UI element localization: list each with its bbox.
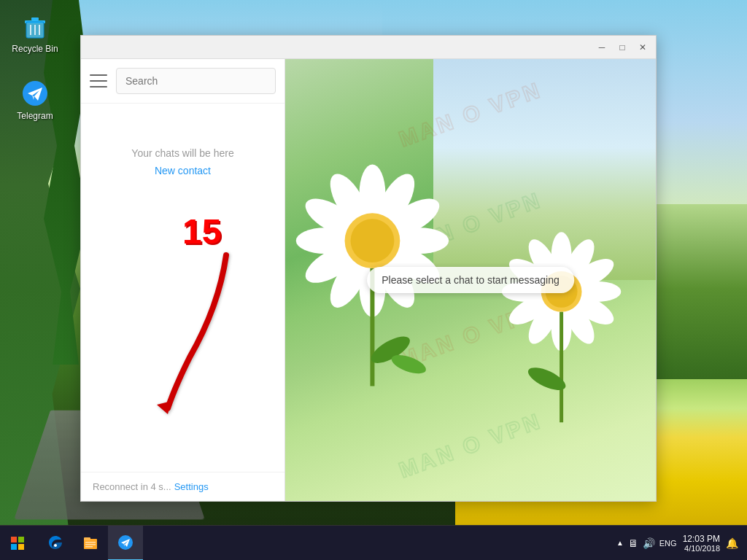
- taskbar-telegram[interactable]: [108, 526, 143, 561]
- svg-rect-49: [85, 542, 96, 543]
- window-titlebar: ─ □ ✕: [81, 36, 656, 59]
- telegram-window: ─ □ ✕: [80, 35, 657, 502]
- svg-rect-46: [18, 544, 24, 550]
- recycle-bin-label: Recycle Bin: [12, 44, 58, 54]
- reconnect-text: Reconnect in 4 s...: [93, 481, 171, 492]
- svg-rect-45: [11, 544, 17, 550]
- taskbar-edge[interactable]: [38, 526, 73, 561]
- recycle-bin-image: [20, 12, 50, 41]
- maximize-button[interactable]: □: [612, 37, 632, 58]
- taskbar-clock: 12:03 PM 4/10/2018: [683, 534, 720, 553]
- svg-rect-51: [85, 546, 93, 548]
- telegram-label: Telegram: [17, 111, 53, 121]
- svg-point-21: [351, 219, 395, 262]
- taskbar-apps: [35, 526, 608, 561]
- new-contact-link[interactable]: New contact: [155, 165, 211, 176]
- close-button[interactable]: ✕: [632, 37, 653, 58]
- start-button[interactable]: [0, 526, 35, 561]
- chevron-up-icon[interactable]: ▲: [616, 539, 624, 547]
- window-content: Your chats will be here New contact Reco…: [81, 59, 656, 501]
- taskbar-system-tray: ▲ 🖥 🔊 ENG 12:03 PM 4/10/2018 🔔: [608, 534, 747, 553]
- sidebar: Your chats will be here New contact Reco…: [81, 59, 285, 501]
- notification-icon[interactable]: 🔔: [726, 537, 738, 549]
- recycle-bin-icon[interactable]: Recycle Bin: [6, 6, 64, 60]
- system-tray-icons: ▲ 🖥 🔊 ENG: [616, 537, 677, 549]
- clock-date: 4/10/2018: [683, 544, 720, 553]
- telegram-desktop-icon[interactable]: Telegram: [6, 73, 64, 127]
- search-input[interactable]: [116, 68, 276, 94]
- clock-time: 12:03 PM: [683, 534, 720, 544]
- svg-rect-48: [84, 537, 90, 540]
- taskbar-file-explorer[interactable]: [73, 526, 108, 561]
- taskbar: ▲ 🖥 🔊 ENG 12:03 PM 4/10/2018 🔔: [0, 525, 747, 560]
- svg-rect-50: [85, 544, 96, 545]
- svg-rect-2: [31, 18, 39, 20]
- settings-link[interactable]: Settings: [174, 481, 209, 492]
- telegram-image: [20, 79, 50, 108]
- minimize-button[interactable]: ─: [592, 37, 612, 58]
- volume-icon[interactable]: 🔊: [643, 537, 655, 549]
- sidebar-empty-state: Your chats will be here New contact: [81, 104, 285, 472]
- sidebar-footer: Reconnect in 4 s... Settings: [81, 472, 285, 501]
- lang-label: ENG: [659, 539, 677, 548]
- empty-chats-text: Your chats will be here: [131, 147, 233, 159]
- select-chat-bubble: Please select a chat to start messaging: [367, 267, 574, 293]
- desktop: Recycle Bin Telegram ─ □ ✕: [0, 0, 747, 560]
- svg-rect-43: [11, 537, 17, 542]
- hamburger-menu[interactable]: [90, 74, 107, 88]
- monitor-icon: 🖥: [628, 537, 638, 549]
- svg-rect-44: [18, 537, 24, 542]
- chat-area: MAN O VPN MAN O VPN MAN O VPN MAN O VPN: [285, 59, 656, 501]
- sidebar-header: [81, 59, 285, 104]
